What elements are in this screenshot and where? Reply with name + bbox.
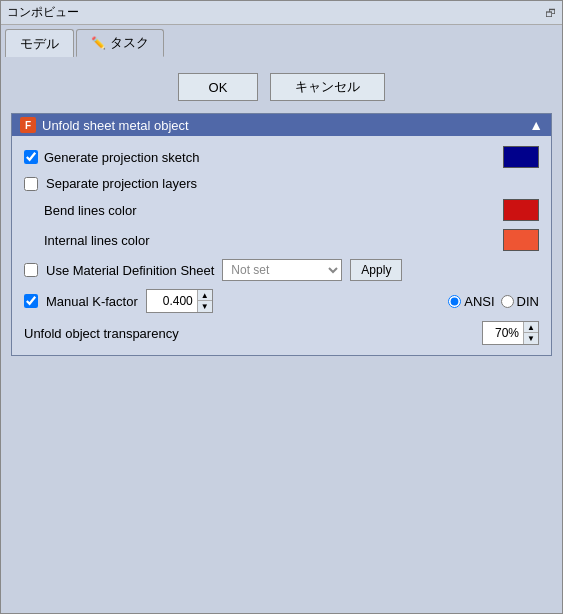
separate-projection-row: Separate projection layers (24, 176, 539, 191)
window-title: コンポビュー (7, 4, 79, 21)
internal-lines-color-swatch-group[interactable] (503, 229, 539, 251)
transparency-input[interactable] (483, 324, 523, 342)
use-material-row: Use Material Definition Sheet Not set Ap… (24, 259, 539, 281)
kfactor-input-group: ▲ ▼ (146, 289, 213, 313)
ok-button[interactable]: OK (178, 73, 258, 101)
tab-bar: モデル ✏️ タスク (1, 25, 562, 57)
separate-projection-checkbox[interactable] (24, 177, 38, 191)
kfactor-down-button[interactable]: ▼ (198, 301, 212, 312)
bend-lines-color-swatch[interactable] (503, 199, 539, 221)
transparency-label: Unfold object transparency (24, 326, 179, 341)
kfactor-checkbox[interactable] (24, 294, 38, 308)
radio-din-label[interactable]: DIN (501, 294, 539, 309)
transparency-row: Unfold object transparency ▲ ▼ (24, 321, 539, 345)
generate-projection-color-swatch[interactable] (503, 146, 539, 168)
transparency-input-group: ▲ ▼ (482, 321, 539, 345)
radio-din[interactable] (501, 295, 514, 308)
tab-task-label: タスク (110, 34, 149, 52)
separate-projection-label: Separate projection layers (46, 176, 197, 191)
main-content: OK キャンセル F Unfold sheet metal object ▲ G… (1, 57, 562, 613)
radio-ansi-label[interactable]: ANSI (448, 294, 494, 309)
bend-lines-row: Bend lines color (24, 199, 539, 221)
tab-model-label: モデル (20, 35, 59, 53)
ok-cancel-row: OK キャンセル (11, 65, 552, 105)
generate-projection-checkbox[interactable] (24, 150, 38, 164)
panel-header-left: F Unfold sheet metal object (20, 117, 189, 133)
tab-task[interactable]: ✏️ タスク (76, 29, 164, 57)
generate-color-swatch[interactable] (503, 146, 539, 168)
panel-icon: F (20, 117, 36, 133)
transparency-down-button[interactable]: ▼ (524, 333, 538, 344)
tab-model[interactable]: モデル (5, 29, 74, 57)
transparency-spinner: ▲ ▼ (523, 322, 538, 344)
radio-din-text: DIN (517, 294, 539, 309)
unfold-panel: F Unfold sheet metal object ▲ Generate p… (11, 113, 552, 356)
bend-lines-color-swatch-group[interactable] (503, 199, 539, 221)
use-material-checkbox[interactable] (24, 263, 38, 277)
generate-projection-label-group: Generate projection sketch (24, 150, 199, 165)
panel-header: F Unfold sheet metal object ▲ (12, 114, 551, 136)
generate-projection-label: Generate projection sketch (44, 150, 199, 165)
kfactor-input[interactable] (147, 292, 197, 310)
title-bar: コンポビュー 🗗 (1, 1, 562, 25)
internal-lines-label: Internal lines color (44, 233, 150, 248)
kfactor-spinner: ▲ ▼ (197, 290, 212, 312)
material-select[interactable]: Not set (222, 259, 342, 281)
transparency-up-button[interactable]: ▲ (524, 322, 538, 333)
panel-collapse-button[interactable]: ▲ (529, 117, 543, 133)
kfactor-label: Manual K-factor (46, 294, 138, 309)
radio-ansi-text: ANSI (464, 294, 494, 309)
window-collapse-icon[interactable]: 🗗 (545, 7, 556, 19)
radio-group: ANSI DIN (448, 294, 539, 309)
use-material-label: Use Material Definition Sheet (46, 263, 214, 278)
generate-projection-row: Generate projection sketch (24, 146, 539, 168)
kfactor-row: Manual K-factor ▲ ▼ ANSI (24, 289, 539, 313)
panel-title: Unfold sheet metal object (42, 118, 189, 133)
panel-body: Generate projection sketch Separate proj… (12, 136, 551, 355)
internal-lines-color-swatch[interactable] (503, 229, 539, 251)
tab-task-icon: ✏️ (91, 36, 106, 50)
cancel-button[interactable]: キャンセル (270, 73, 385, 101)
bend-lines-label: Bend lines color (44, 203, 137, 218)
apply-button[interactable]: Apply (350, 259, 402, 281)
kfactor-up-button[interactable]: ▲ (198, 290, 212, 301)
main-window: コンポビュー 🗗 モデル ✏️ タスク OK キャンセル F Unfold sh… (0, 0, 563, 614)
internal-lines-row: Internal lines color (24, 229, 539, 251)
radio-ansi[interactable] (448, 295, 461, 308)
